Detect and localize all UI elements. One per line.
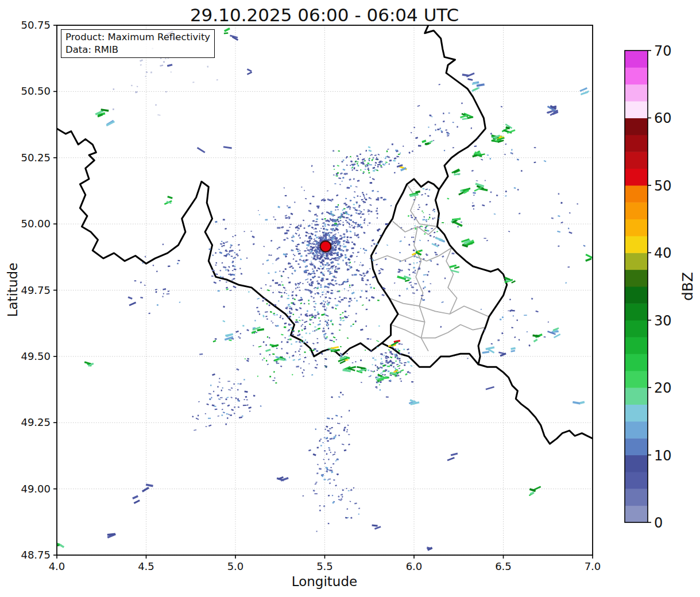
echo-speckle	[353, 487, 355, 489]
echo-speckle	[233, 257, 234, 259]
echo-speckle	[288, 304, 290, 306]
echo-cell-streak	[581, 91, 589, 95]
echo-speckle	[369, 284, 371, 285]
echo-speckle	[320, 445, 322, 446]
echo-speckle	[359, 196, 361, 197]
echo-speckle	[276, 348, 277, 349]
echo-speckle	[428, 127, 429, 128]
echo-speckle	[437, 129, 439, 130]
echo-speckle	[223, 242, 225, 245]
echo-speckle	[372, 358, 374, 359]
echo-speckle	[494, 214, 496, 215]
echo-speckle	[345, 262, 347, 263]
echo-speckle	[239, 250, 241, 251]
echo-speckle	[287, 298, 289, 300]
echo-cell-streak	[482, 351, 490, 354]
echo-speckle	[245, 358, 246, 359]
echo-speckle	[351, 247, 354, 249]
echo-speckle	[324, 429, 326, 431]
echo-speckle	[419, 240, 421, 241]
echo-speckle	[354, 503, 357, 505]
echo-speckle	[315, 493, 318, 494]
echo-speckle	[226, 397, 229, 398]
echo-speckle	[341, 298, 343, 300]
echo-speckle	[335, 484, 337, 486]
echo-speckle	[293, 254, 294, 255]
echo-speckle	[322, 259, 324, 261]
echo-speckle	[336, 339, 337, 340]
echo-speckle	[400, 153, 401, 154]
echo-speckle	[485, 180, 486, 181]
echo-speckle	[246, 359, 249, 362]
canton-border-line	[419, 306, 428, 351]
echo-speckle	[335, 234, 337, 235]
echo-speckle	[332, 463, 334, 464]
echo-cell-streak	[511, 350, 515, 352]
echo-speckle	[322, 264, 324, 266]
echo-speckle	[305, 339, 307, 341]
echo-speckle	[428, 271, 430, 273]
echo-speckle	[427, 195, 430, 197]
echo-speckle	[342, 394, 344, 395]
echo-speckle	[373, 243, 376, 245]
echo-speckle	[348, 290, 349, 292]
echo-speckle	[513, 315, 514, 316]
echo-speckle	[332, 324, 334, 325]
echo-speckle	[342, 177, 345, 179]
echo-speckle	[334, 270, 338, 273]
echo-speckle	[287, 330, 289, 331]
echo-speckle	[281, 295, 283, 296]
echo-speckle	[113, 88, 114, 90]
echo-speckle	[295, 288, 297, 289]
canton-border-line	[398, 314, 425, 322]
echo-speckle	[231, 387, 233, 389]
echo-speckle	[399, 360, 401, 362]
echo-speckle	[431, 228, 433, 229]
echo-speckle	[291, 240, 294, 242]
echo-speckle	[321, 474, 324, 476]
echo-speckle	[304, 326, 306, 328]
echo-speckle	[212, 254, 214, 256]
echo-speckle	[331, 307, 334, 309]
echo-speckle	[413, 199, 415, 200]
echo-speckle	[314, 330, 315, 332]
echo-speckle	[426, 204, 428, 206]
echo-speckle	[411, 215, 412, 216]
echo-speckle	[357, 226, 358, 228]
echo-speckle	[237, 255, 239, 257]
echo-speckle	[358, 210, 359, 211]
echo-speckle	[289, 266, 291, 268]
echo-speckle	[285, 217, 288, 219]
echo-speckle	[380, 366, 383, 369]
echo-speckle	[330, 467, 332, 468]
echo-speckle	[163, 61, 165, 63]
echo-speckle	[424, 233, 426, 234]
echo-speckle	[271, 321, 272, 321]
echo-speckle	[350, 237, 352, 238]
echo-speckle	[327, 323, 328, 324]
echo-speckle	[411, 237, 413, 238]
echo-speckle	[377, 217, 378, 219]
echo-speckle	[511, 327, 513, 329]
echo-speckle	[284, 232, 288, 234]
echo-speckle	[377, 347, 378, 348]
echo-cell-streak	[451, 453, 458, 456]
echo-speckle	[278, 300, 280, 301]
echo-speckle	[339, 245, 342, 247]
echo-speckle	[326, 293, 327, 294]
echo-speckle	[386, 150, 388, 152]
echo-speckle	[400, 227, 402, 228]
echo-speckle	[324, 437, 326, 438]
echo-speckle	[316, 249, 318, 251]
echo-speckle	[411, 132, 412, 133]
echo-speckle	[366, 193, 367, 195]
echo-speckle	[324, 336, 325, 338]
echo-speckle	[270, 311, 272, 313]
echo-speckle	[490, 133, 492, 135]
echo-speckle	[421, 211, 423, 212]
echo-speckle	[292, 374, 293, 375]
echo-speckle	[150, 71, 152, 73]
echo-speckle	[528, 344, 530, 347]
echo-speckle	[322, 280, 324, 281]
colorbar-tick-label: 20	[654, 380, 672, 396]
